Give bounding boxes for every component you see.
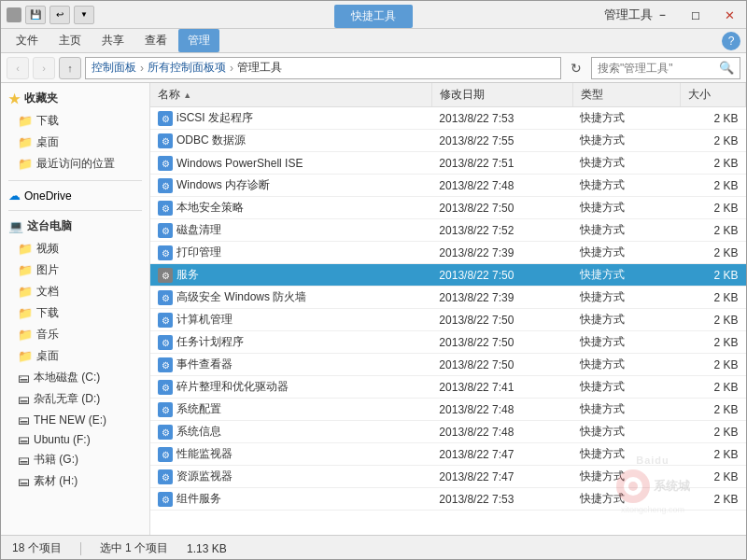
file-type: 快捷方式 [572, 466, 681, 488]
file-type: 快捷方式 [572, 130, 681, 152]
file-date: 2013/8/22 7:48 [431, 175, 572, 197]
breadcrumb-2[interactable]: 所有控制面板项 [148, 60, 226, 76]
sidebar-drive-g[interactable]: 🖴 书籍 (G:) [1, 449, 149, 470]
file-name: Windows PowerShell ISE [176, 157, 303, 170]
file-date: 2013/8/22 7:55 [431, 130, 572, 152]
table-row[interactable]: ⚙ 打印管理2013/8/22 7:39快捷方式2 KB [150, 242, 746, 264]
sidebar-item-label: 音乐 [36, 327, 59, 343]
table-row[interactable]: ⚙ ODBC 数据源2013/8/22 7:55快捷方式2 KB [150, 130, 746, 152]
sidebar-item-desktop2[interactable]: 📁 桌面 [1, 345, 149, 367]
sidebar-drive-e[interactable]: 🖴 THE NEW (E:) [1, 410, 149, 429]
file-name: 本地安全策略 [176, 200, 244, 216]
file-name-cell: ⚙ 系统配置 [158, 401, 424, 417]
file-name-cell: ⚙ 碎片整理和优化驱动器 [158, 379, 424, 395]
sidebar-thispc-header[interactable]: 💻 这台电脑 [1, 215, 149, 238]
forward-button[interactable]: › [33, 57, 55, 79]
maximize-button[interactable]: □ [679, 1, 712, 29]
file-name-cell: ⚙ 计算机管理 [158, 312, 424, 328]
quick-tools-tab[interactable]: 快捷工具 [334, 5, 413, 28]
sidebar-favorites-header[interactable]: ★ 收藏夹 [1, 87, 149, 110]
col-header-size[interactable]: 大小 [681, 83, 746, 107]
menu-share[interactable]: 共享 [92, 29, 134, 52]
svg-text:⚙: ⚙ [162, 338, 170, 348]
file-size: 2 KB [681, 152, 746, 175]
table-row[interactable]: ⚙ 磁盘清理2013/8/22 7:52快捷方式2 KB [150, 219, 746, 242]
file-name: 资源监视器 [176, 469, 233, 484]
table-row[interactable]: ⚙ 服务2013/8/22 7:50快捷方式2 KB [150, 264, 746, 287]
file-date: 2013/8/22 7:47 [431, 466, 572, 488]
file-type: 快捷方式 [572, 309, 681, 331]
quick-access-save[interactable]: 💾 [25, 6, 46, 24]
table-row[interactable]: ⚙ Windows PowerShell ISE2013/8/22 7:51快捷… [150, 152, 746, 175]
file-type: 快捷方式 [572, 152, 681, 175]
up-button[interactable]: ↑ [59, 57, 81, 79]
file-name: 性能监视器 [176, 446, 233, 462]
sidebar-item-label: 书籍 (G:) [34, 452, 78, 468]
sidebar-item-recent[interactable]: 📁 最近访问的位置 [1, 153, 149, 175]
sidebar-item-pictures[interactable]: 📁 图片 [1, 259, 149, 281]
sidebar-item-documents[interactable]: 📁 文档 [1, 281, 149, 302]
file-name-cell: ⚙ 组件服务 [158, 491, 424, 507]
selected-info: 选中 1 个项目 [100, 540, 168, 556]
help-button[interactable]: ? [722, 32, 740, 50]
svg-text:⚙: ⚙ [162, 315, 170, 326]
file-type: 快捷方式 [572, 488, 681, 511]
address-breadcrumb[interactable]: 控制面板 › 所有控制面板项 › 管理工具 [85, 57, 561, 79]
table-row[interactable]: ⚙ 本地安全策略2013/8/22 7:50快捷方式2 KB [150, 197, 746, 219]
sidebar-drive-c[interactable]: 🖴 本地磁盘 (C:) [1, 367, 149, 388]
table-row[interactable]: ⚙ 系统信息2013/8/22 7:48快捷方式2 KB [150, 421, 746, 443]
selected-size: 1.13 KB [187, 542, 227, 555]
menu-home[interactable]: 主页 [49, 29, 91, 52]
close-button[interactable]: ✕ [712, 1, 746, 29]
sidebar-item-music[interactable]: 📁 音乐 [1, 324, 149, 345]
breadcrumb-1[interactable]: 控制面板 [92, 60, 136, 76]
table-row[interactable]: ⚙ 系统配置2013/8/22 7:48快捷方式2 KB [150, 399, 746, 421]
menu-view[interactable]: 查看 [135, 29, 176, 52]
menu-bar: 文件 主页 共享 查看 管理 ? [1, 29, 746, 53]
minimize-button[interactable]: － [645, 1, 679, 29]
sidebar-drive-d[interactable]: 🖴 杂乱无章 (D:) [1, 388, 149, 410]
sidebar-item-desktop[interactable]: 📁 桌面 [1, 132, 149, 153]
quick-access-dropdown[interactable]: ▼ [74, 6, 94, 24]
table-row[interactable]: ⚙ 事件查看器2013/8/22 7:50快捷方式2 KB [150, 354, 746, 376]
sidebar: ★ 收藏夹 📁 下载 📁 桌面 📁 最近访问的位置 ☁ [1, 83, 150, 535]
table-row[interactable]: ⚙ iSCSI 发起程序2013/8/22 7:53快捷方式2 KB [150, 107, 746, 130]
table-row[interactable]: ⚙ 性能监视器2013/8/22 7:47快捷方式2 KB [150, 443, 746, 466]
file-name-cell: ⚙ 磁盘清理 [158, 222, 424, 238]
search-icon[interactable]: 🔍 [719, 61, 734, 75]
sidebar-item-download[interactable]: 📁 下载 [1, 110, 149, 132]
status-bar: 18 个项目 选中 1 个项目 1.13 KB [1, 535, 746, 560]
file-list-container[interactable]: 名称 ▲ 修改日期 类型 大小 ⚙ iSCSI 发起程序2013/8/22 7:… [150, 83, 746, 535]
file-type: 快捷方式 [572, 219, 681, 242]
table-row[interactable]: ⚙ 组件服务2013/8/22 7:53快捷方式2 KB [150, 488, 746, 511]
table-row[interactable]: ⚙ Windows 内存诊断2013/8/22 7:48快捷方式2 KB [150, 175, 746, 197]
back-button[interactable]: ‹ [7, 57, 29, 79]
col-header-date[interactable]: 修改日期 [431, 83, 572, 107]
window-controls: － □ ✕ [645, 1, 746, 29]
computer-icon: 💻 [8, 219, 23, 233]
table-row[interactable]: ⚙ 高级安全 Windows 防火墙2013/8/22 7:39快捷方式2 KB [150, 287, 746, 309]
sidebar-item-label: 杂乱无章 (D:) [34, 391, 100, 407]
file-type: 快捷方式 [572, 443, 681, 466]
quick-access-undo[interactable]: ↩ [49, 6, 70, 24]
table-row[interactable]: ⚙ 计算机管理2013/8/22 7:50快捷方式2 KB [150, 309, 746, 331]
table-row[interactable]: ⚙ 资源监视器2013/8/22 7:47快捷方式2 KB [150, 466, 746, 488]
file-date: 2013/8/22 7:50 [431, 331, 572, 354]
refresh-button[interactable]: ↻ [565, 57, 587, 79]
menu-manage[interactable]: 管理 [178, 29, 219, 52]
file-name: 事件查看器 [176, 357, 233, 372]
col-header-name[interactable]: 名称 ▲ [150, 83, 431, 107]
sidebar-drive-h[interactable]: 🖴 素材 (H:) [1, 470, 149, 492]
sidebar-drive-f[interactable]: 🖴 Ubuntu (F:) [1, 429, 149, 449]
search-box[interactable]: 🔍 [591, 57, 740, 79]
sidebar-item-downloads[interactable]: 📁 下载 [1, 302, 149, 324]
sidebar-item-video[interactable]: 📁 视频 [1, 238, 149, 259]
menu-file[interactable]: 文件 [7, 29, 48, 52]
file-name: 计算机管理 [176, 312, 233, 328]
col-header-type[interactable]: 类型 [572, 83, 681, 107]
sidebar-onedrive[interactable]: ☁ OneDrive [1, 185, 149, 206]
table-row[interactable]: ⚙ 任务计划程序2013/8/22 7:50快捷方式2 KB [150, 331, 746, 354]
file-name-cell: ⚙ 事件查看器 [158, 357, 424, 372]
table-row[interactable]: ⚙ 碎片整理和优化驱动器2013/8/22 7:41快捷方式2 KB [150, 376, 746, 399]
search-input[interactable] [598, 62, 715, 75]
